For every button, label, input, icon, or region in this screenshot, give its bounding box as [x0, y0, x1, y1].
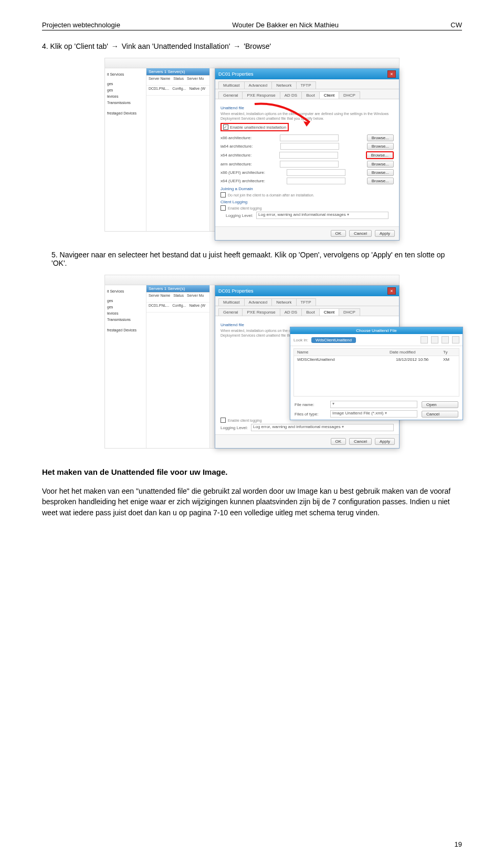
tab-multicast[interactable]: Multicast: [218, 81, 245, 89]
browse-button[interactable]: Browse...: [367, 143, 394, 150]
newfolder-icon[interactable]: [442, 336, 449, 343]
step-5-text: 5. Navigeer naar en selecteer het bestan…: [42, 251, 462, 267]
tab-tftp[interactable]: TFTP: [296, 81, 316, 89]
browse-button[interactable]: Browse...: [367, 134, 394, 141]
tab-adds[interactable]: AD DS: [280, 91, 302, 99]
tree-nav: it Services ges ges levices Transmission…: [105, 68, 146, 231]
screenshot-2: it Services ges ges levices Transmission…: [104, 275, 400, 449]
dialog-title: DC01 Properties: [218, 288, 254, 294]
browse-button[interactable]: Browse...: [367, 169, 394, 176]
file-row[interactable]: WDSClientUnattend 18/12/2012 10:56 XM: [294, 356, 459, 363]
apply-button[interactable]: Apply: [375, 438, 395, 445]
subdialog-title: Choose Unattend File: [290, 327, 463, 334]
views-icon[interactable]: [452, 336, 459, 343]
tab-general[interactable]: General: [218, 91, 243, 99]
section-unattend: Unattend file: [220, 106, 394, 110]
log-level-select[interactable]: Log error, warning and informational mes…: [251, 424, 394, 431]
arrow-icon: →: [110, 42, 120, 50]
tab-advanced[interactable]: Advanced: [244, 81, 272, 89]
mmc-toolbar: [105, 58, 399, 68]
checkbox-icon[interactable]: [220, 418, 226, 423]
ok-button[interactable]: OK: [331, 230, 346, 237]
enable-unattend-checkbox[interactable]: ✓ Enable unattended installation: [220, 123, 289, 131]
arch-x86-input[interactable]: [280, 134, 339, 141]
tab-boot[interactable]: Boot: [301, 91, 319, 99]
tree-nav: it Services ges ges levices Transmission…: [105, 285, 146, 448]
header-left: Projecten webtechnologie: [42, 21, 120, 29]
arch-arm-input[interactable]: [280, 161, 339, 168]
cancel-button[interactable]: Cancel: [349, 230, 372, 237]
section-heading: Het maken van de Unattended file voor uw…: [42, 467, 462, 476]
tab-client[interactable]: Client: [319, 91, 339, 99]
arch-x86uefi-input[interactable]: [287, 169, 345, 176]
browse-button-highlight[interactable]: Browse...: [366, 151, 394, 159]
arrow-icon: →: [232, 42, 242, 50]
header-divider: [42, 30, 462, 30]
browse-button[interactable]: Browse...: [367, 161, 394, 168]
cancel-button[interactable]: Cancel: [349, 438, 372, 445]
arch-x64-input[interactable]: [279, 152, 338, 159]
step-4-text: 4. Klik op 'Client tab' → Vink aan 'Unat…: [42, 42, 462, 50]
apply-button[interactable]: Apply: [375, 230, 395, 237]
dialog-title: DC01 Properties: [218, 71, 254, 77]
tab-dhcp[interactable]: DHCP: [339, 91, 360, 99]
header-center: Wouter De Bakker en Nick Mathieu: [232, 21, 339, 29]
checkbox-icon: ✓: [223, 124, 228, 130]
lookin-path[interactable]: WdsClientUnattend: [311, 337, 356, 343]
cancel-button[interactable]: Cancel: [422, 411, 458, 418]
servers-list: Servers 1 Server(s) Server Name Status S…: [146, 285, 210, 448]
log-level-select[interactable]: Log error, warning and informational mes…: [256, 212, 388, 219]
tab-network[interactable]: Network: [271, 81, 296, 89]
tab-pxe[interactable]: PXE Response: [242, 91, 280, 99]
file-name-input[interactable]: [330, 401, 417, 408]
servers-list: Servers 1 Server(s) Server Name Status S…: [146, 68, 210, 231]
properties-dialog: DC01 Properties × Multicast Advanced Net…: [215, 68, 400, 241]
back-icon[interactable]: [421, 336, 428, 343]
page-number: 19: [455, 840, 462, 848]
browse-button[interactable]: Browse...: [367, 178, 394, 184]
mmc-toolbar: [105, 275, 399, 285]
screenshot-1: it Services ges ges levices Transmission…: [104, 58, 400, 232]
arch-ia64-input[interactable]: [280, 143, 339, 150]
file-list[interactable]: Name Date modified Ty WDSClientUnattend …: [293, 348, 459, 397]
close-icon[interactable]: ×: [387, 70, 396, 78]
checkbox-icon[interactable]: [220, 205, 226, 211]
up-icon[interactable]: [431, 336, 438, 343]
header-right: CW: [450, 21, 462, 29]
ok-button[interactable]: OK: [331, 438, 346, 445]
properties-dialog: DC01 Properties × Multicast Advanced Net…: [215, 285, 400, 449]
choose-unattend-file-dialog: Choose Unattend File Look in: WdsClientU…: [290, 327, 463, 420]
checkbox-icon[interactable]: [220, 192, 226, 197]
close-icon[interactable]: ×: [387, 287, 396, 295]
body-paragraph: Voor het het maken van een "unattended f…: [42, 486, 462, 518]
file-type-select[interactable]: Image Unattend File (*.xml): [330, 410, 417, 418]
open-button[interactable]: Open: [422, 401, 458, 408]
arch-x64uefi-input[interactable]: [287, 178, 345, 184]
